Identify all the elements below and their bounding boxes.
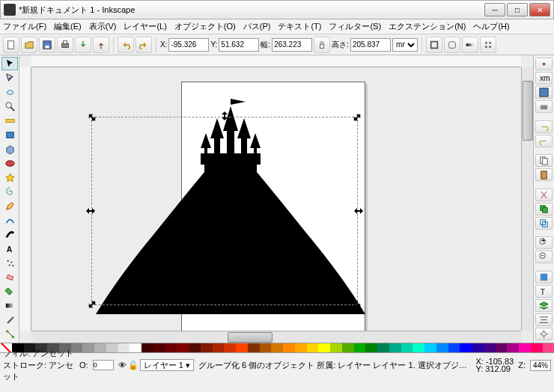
window-close-button[interactable]: ✕ bbox=[529, 3, 550, 16]
opacity-input[interactable] bbox=[93, 360, 114, 370]
menu-layer[interactable]: レイヤー(L) bbox=[124, 21, 166, 32]
swatch[interactable] bbox=[424, 343, 436, 352]
open-button[interactable] bbox=[21, 37, 37, 53]
fill-stroke-button[interactable] bbox=[535, 271, 553, 284]
coord-y-input[interactable] bbox=[219, 38, 259, 52]
lock-aspect-button[interactable] bbox=[314, 37, 330, 53]
swatch[interactable] bbox=[307, 343, 319, 352]
swatch[interactable] bbox=[330, 343, 342, 352]
zoom-tool[interactable] bbox=[1, 99, 18, 113]
handle-right[interactable] bbox=[354, 206, 363, 215]
save-button[interactable] bbox=[39, 37, 55, 53]
undo-button[interactable] bbox=[118, 37, 134, 53]
coord-x-input[interactable] bbox=[168, 38, 209, 52]
swatch[interactable] bbox=[260, 343, 272, 352]
menu-text[interactable]: テキスト(T) bbox=[278, 21, 321, 32]
handle-top-left[interactable] bbox=[88, 113, 97, 122]
swatch[interactable] bbox=[365, 343, 377, 352]
swatch[interactable] bbox=[141, 343, 153, 352]
dropper-tool[interactable] bbox=[1, 313, 18, 327]
swatch[interactable] bbox=[377, 343, 389, 352]
gradient-tool[interactable] bbox=[1, 299, 18, 313]
cut-button[interactable] bbox=[535, 189, 553, 201]
node-tool[interactable] bbox=[1, 71, 18, 85]
swatch[interactable] bbox=[177, 343, 189, 352]
swatch[interactable] bbox=[283, 343, 295, 352]
3dbox-tool[interactable] bbox=[1, 142, 18, 156]
connector-tool[interactable] bbox=[1, 328, 18, 341]
swatch[interactable] bbox=[82, 343, 94, 352]
redo-2-button[interactable] bbox=[535, 135, 553, 147]
coord-h-input[interactable] bbox=[350, 38, 391, 52]
export-button[interactable] bbox=[93, 37, 109, 53]
undo-2-button[interactable] bbox=[535, 120, 553, 133]
menu-path[interactable]: パス(P) bbox=[243, 21, 271, 32]
unit-select[interactable]: mm bbox=[392, 38, 418, 52]
print-button-2[interactable] bbox=[535, 100, 553, 113]
menu-extension[interactable]: エクステンション(N) bbox=[389, 21, 466, 32]
swatch[interactable] bbox=[165, 343, 177, 352]
ruler-vertical[interactable] bbox=[19, 67, 31, 331]
swatch[interactable] bbox=[507, 343, 519, 352]
swatch[interactable] bbox=[248, 343, 260, 352]
copy-button[interactable] bbox=[535, 154, 553, 167]
tweak-tool[interactable] bbox=[1, 85, 18, 99]
affect-corners-button[interactable] bbox=[444, 37, 460, 53]
swatch[interactable] bbox=[118, 343, 130, 352]
selector-tool[interactable] bbox=[1, 57, 18, 70]
clone-button[interactable] bbox=[535, 217, 553, 230]
swatch[interactable] bbox=[389, 343, 401, 352]
swatch[interactable] bbox=[401, 343, 413, 352]
handle-bottom-left[interactable] bbox=[88, 300, 97, 309]
menu-filter[interactable]: フィルター(S) bbox=[329, 21, 381, 32]
xml-editor-button[interactable]: xml bbox=[535, 72, 553, 85]
handle-left[interactable] bbox=[86, 206, 95, 215]
window-maximize-button[interactable]: □ bbox=[507, 3, 528, 16]
measure-tool[interactable] bbox=[1, 114, 18, 127]
layer-lock-icon[interactable]: 🔓 bbox=[128, 361, 138, 370]
spiral-tool[interactable] bbox=[1, 185, 18, 198]
swatch[interactable] bbox=[543, 343, 555, 352]
swatch[interactable] bbox=[472, 343, 484, 352]
swatch[interactable] bbox=[519, 343, 531, 352]
save-copy-button[interactable] bbox=[535, 86, 553, 99]
text-dialog-button[interactable]: T bbox=[535, 285, 553, 298]
swatch[interactable] bbox=[224, 343, 236, 352]
swatch[interactable] bbox=[201, 343, 213, 352]
window-minimize-button[interactable]: ─ bbox=[484, 3, 505, 16]
snap-master-button[interactable] bbox=[535, 58, 553, 70]
swatch[interactable] bbox=[496, 343, 508, 352]
scrollbar-vertical[interactable] bbox=[521, 67, 533, 331]
swatch[interactable] bbox=[94, 343, 106, 352]
layer-visibility-icon[interactable]: 👁 bbox=[118, 361, 127, 370]
text-tool[interactable]: A bbox=[1, 242, 18, 256]
swatch[interactable] bbox=[213, 343, 225, 352]
import-button[interactable] bbox=[75, 37, 91, 53]
swatch[interactable] bbox=[189, 343, 201, 352]
bucket-tool[interactable] bbox=[1, 285, 18, 298]
swatch[interactable] bbox=[318, 343, 330, 352]
swatch[interactable] bbox=[153, 343, 165, 352]
affect-gradient-button[interactable] bbox=[462, 37, 478, 53]
handle-bottom[interactable] bbox=[220, 301, 229, 310]
print-button[interactable] bbox=[57, 37, 73, 53]
spray-tool[interactable] bbox=[1, 257, 18, 270]
menu-file[interactable]: ファイル(F) bbox=[3, 21, 46, 32]
ruler-horizontal[interactable] bbox=[31, 55, 521, 67]
prefs-button[interactable] bbox=[535, 328, 553, 340]
swatch[interactable] bbox=[342, 343, 354, 352]
ellipse-tool[interactable] bbox=[1, 156, 18, 170]
handle-bottom-right[interactable] bbox=[353, 300, 362, 309]
star-tool[interactable] bbox=[1, 171, 18, 184]
swatch[interactable] bbox=[354, 343, 366, 352]
eraser-tool[interactable] bbox=[1, 271, 18, 284]
layer-name[interactable]: レイヤー 1 ▾ bbox=[140, 359, 194, 371]
zoom-value[interactable]: 44% bbox=[530, 360, 551, 371]
swatch[interactable] bbox=[0, 343, 12, 352]
handle-top-right[interactable] bbox=[353, 113, 362, 122]
swatch[interactable] bbox=[130, 343, 141, 352]
menu-view[interactable]: 表示(V) bbox=[89, 21, 117, 32]
swatch[interactable] bbox=[413, 343, 424, 352]
canvas[interactable] bbox=[31, 67, 521, 331]
redo-button[interactable] bbox=[136, 37, 152, 53]
